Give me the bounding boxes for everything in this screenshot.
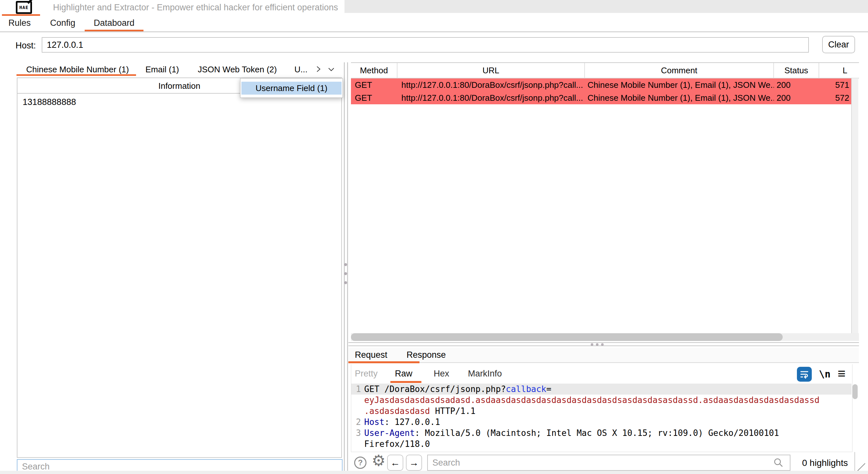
tab-overflow-dropdown: Username Field (1) (240, 78, 343, 98)
tab-config[interactable]: Config (50, 18, 75, 28)
requests-table-horizontal-scrollbar-thumb[interactable] (351, 333, 783, 341)
splitter-grip-dot (591, 343, 593, 346)
word-wrap-icon (799, 369, 809, 379)
panel-splitter[interactable] (344, 62, 345, 474)
host-label: Host: (16, 41, 36, 51)
panel-splitter-line (347, 62, 348, 474)
request-row[interactable]: GET http://127.0.0.1:80/DoraBox/csrf/jso… (351, 91, 859, 104)
cell-url: http://127.0.0.1:80/DoraBox/csrf/jsonp.p… (398, 78, 585, 91)
code-line: 2 Host: 127.0.0.1 (351, 416, 851, 428)
line-number (351, 395, 364, 406)
help-button[interactable]: ? (354, 456, 367, 469)
tab-overflow-list-button[interactable] (326, 64, 337, 74)
editor-vertical-scrollbar-thumb[interactable] (852, 384, 858, 399)
left-tab-active-underline (17, 74, 136, 76)
extracted-data-table: Information 13188888888 (17, 77, 342, 458)
dropdown-item-username-field[interactable]: Username Field (1) (241, 82, 342, 95)
cell-method: GET (351, 78, 398, 91)
column-header-length[interactable]: L (819, 63, 851, 78)
subtab-markinfo[interactable]: MarkInfo (468, 369, 502, 379)
splitter-grip-dot (601, 343, 603, 346)
code-line: 3 User-Agent: Mozilla/5.0 (Macintosh; In… (351, 428, 851, 438)
code-line: .asdasdasdasd HTTP/1.1 (351, 406, 851, 416)
left-tab-username-field-truncated[interactable]: U... (294, 65, 307, 75)
left-tab-json-web-token[interactable]: JSON Web Token (2) (198, 65, 277, 75)
cell-comment: Chinese Mobile Number (1), Email (1), JS… (585, 78, 774, 91)
hae-extension-tab[interactable]: HAE (9, 1, 39, 14)
subtab-pretty[interactable]: Pretty (355, 369, 378, 379)
requests-table-vertical-scrollbar[interactable] (851, 78, 858, 333)
request-row[interactable]: GET http://127.0.0.1:80/DoraBox/csrf/jso… (351, 78, 859, 91)
cell-status: 200 (774, 78, 819, 91)
editor-search-input[interactable] (427, 454, 790, 471)
cell-comment: Chinese Mobile Number (1), Email (1), JS… (585, 91, 774, 104)
cell-method: GET (351, 91, 398, 104)
splitter-grip-dot (596, 343, 598, 346)
code-line: eyJasdasdasdasdsadasd.asdaasdasdasdasdas… (351, 395, 851, 406)
nav-divider (0, 31, 868, 32)
window-bottom-edge (0, 471, 868, 474)
line-number: 2 (351, 416, 364, 428)
column-header-method[interactable]: Method (351, 63, 398, 78)
code-line: Firefox/118.0 (351, 438, 851, 449)
line-number: 3 (351, 428, 364, 438)
subtab-hex[interactable]: Hex (434, 369, 449, 379)
hae-tab-active-underline (2, 14, 40, 16)
column-header-url[interactable]: URL (398, 63, 585, 78)
line-number: 1 (351, 383, 364, 395)
cell-length: 572 (819, 91, 851, 104)
clear-button[interactable]: Clear (822, 36, 855, 53)
search-next-button[interactable]: → (406, 454, 422, 471)
editor-menu-button[interactable]: ≡ (836, 366, 848, 382)
bottom-bar-divider (855, 452, 855, 472)
settings-gear-button[interactable]: ⚙ (370, 453, 388, 469)
requests-table-header: Method URL Comment Status L (351, 63, 859, 78)
cell-length: 571 (819, 78, 851, 91)
splitter-grip-dot (344, 281, 347, 284)
splitter-grip-dot (344, 272, 347, 275)
window-resize-grip[interactable] (857, 463, 865, 471)
highlights-count: 0 highlights (802, 458, 848, 468)
splitter-grip-dot (344, 263, 347, 266)
left-tab-chinese-mobile-number[interactable]: Chinese Mobile Number (1) (26, 65, 129, 75)
raw-subtab-active-underline (391, 381, 422, 383)
tab-scroll-right-button[interactable] (313, 64, 324, 74)
column-header-comment[interactable]: Comment (585, 63, 774, 78)
code-line: 1 GET /DoraBox/csrf/jsonp.php?callback= (351, 383, 851, 395)
cell-url: http://127.0.0.1:80/DoraBox/csrf/jsonp.p… (398, 91, 585, 104)
viewer-splitter-line (348, 345, 859, 346)
tab-rules[interactable]: Rules (8, 18, 31, 28)
titlebar-background (344, 0, 868, 13)
requests-table: Method URL Comment Status L GET http://1… (351, 62, 859, 104)
word-wrap-toggle-button[interactable] (797, 367, 812, 382)
column-header-status[interactable]: Status (774, 63, 819, 78)
line-number (351, 406, 364, 416)
viewer-splitter[interactable] (348, 342, 859, 343)
subtab-raw[interactable]: Raw (395, 369, 412, 379)
pencil-icon (27, 0, 32, 4)
tab-response[interactable]: Response (406, 350, 446, 360)
chevron-right-icon (314, 65, 323, 74)
newline-toggle-button[interactable]: \n (817, 368, 833, 380)
hae-logo-icon: HAE (16, 1, 32, 14)
left-tab-email[interactable]: Email (1) (146, 65, 179, 75)
chevron-down-icon (327, 65, 336, 74)
tab-databoard[interactable]: Databoard (94, 18, 134, 28)
line-number (351, 438, 364, 449)
request-tab-active-underline (348, 361, 420, 363)
search-previous-button[interactable]: ← (387, 454, 403, 471)
cell-status: 200 (774, 91, 819, 104)
header-scrollbar-gap (851, 63, 859, 78)
hae-extension-window: HAE Highlighter and Extractor - Empower … (0, 0, 868, 474)
hae-logo-text: HAE (20, 5, 28, 10)
tab-request[interactable]: Request (355, 350, 388, 360)
host-input[interactable] (42, 37, 809, 53)
search-magnifier-icon (773, 457, 784, 468)
request-editor-content[interactable]: 1 GET /DoraBox/csrf/jsonp.php?callback= … (351, 383, 851, 451)
window-title: Highlighter and Extractor - Empower ethi… (53, 3, 338, 12)
